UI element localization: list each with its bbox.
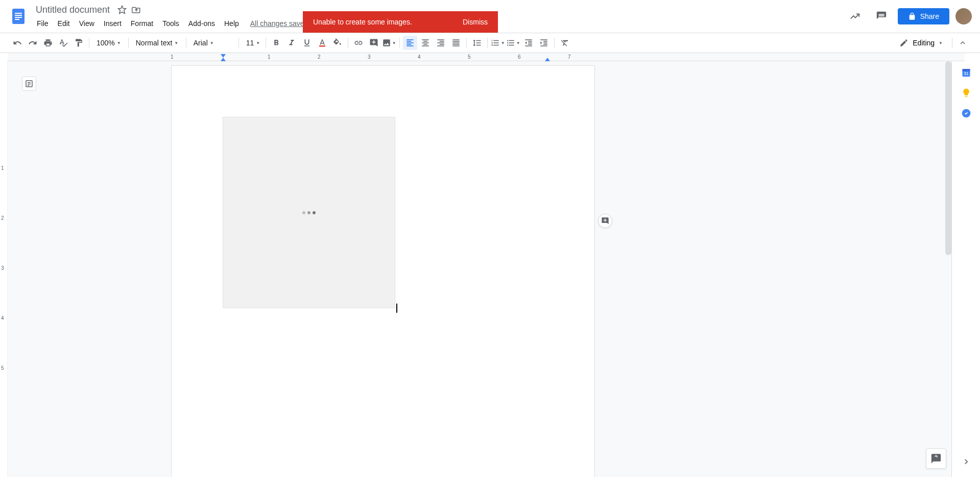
toolbar-separator bbox=[238, 38, 239, 48]
svg-rect-0 bbox=[12, 9, 25, 24]
comments-icon[interactable] bbox=[871, 6, 892, 27]
svg-rect-4 bbox=[15, 19, 19, 20]
document-canvas[interactable] bbox=[8, 61, 951, 477]
loading-dots-icon bbox=[302, 211, 316, 214]
hide-side-panel-icon[interactable] bbox=[961, 457, 971, 467]
menu-edit[interactable]: Edit bbox=[54, 17, 74, 30]
ruler-left-indent-marker[interactable] bbox=[221, 58, 226, 61]
add-comment-icon[interactable] bbox=[367, 36, 381, 50]
chevron-down-icon: ▼ bbox=[210, 41, 214, 45]
share-button[interactable]: Share bbox=[898, 8, 949, 24]
activity-icon[interactable] bbox=[845, 6, 865, 27]
error-toast: Unable to create some images. Dismiss bbox=[303, 11, 498, 33]
align-right-icon[interactable] bbox=[434, 36, 448, 50]
chevron-down-icon: ▼ bbox=[516, 41, 520, 45]
star-icon[interactable] bbox=[117, 5, 127, 15]
chevron-down-icon: ▼ bbox=[939, 41, 943, 45]
italic-icon[interactable] bbox=[284, 36, 299, 50]
chevron-down-icon: ▼ bbox=[117, 41, 121, 45]
insert-link-icon[interactable] bbox=[351, 36, 366, 50]
document-title[interactable]: Untitled document bbox=[33, 4, 113, 16]
toolbar-separator bbox=[466, 38, 467, 48]
align-justify-icon[interactable] bbox=[449, 36, 463, 50]
numbered-list-icon[interactable]: ▼ bbox=[491, 36, 505, 50]
keep-icon[interactable] bbox=[961, 88, 971, 98]
svg-text:31: 31 bbox=[964, 71, 969, 76]
text-color-icon[interactable] bbox=[315, 36, 329, 50]
dismiss-button[interactable]: Dismiss bbox=[463, 18, 488, 26]
image-placeholder-loading bbox=[223, 117, 395, 308]
title-row: Untitled document bbox=[33, 4, 310, 16]
content-wrapper: 1 2 3 4 5 31 bbox=[0, 61, 980, 477]
underline-icon[interactable] bbox=[300, 36, 314, 50]
align-left-icon[interactable] bbox=[403, 36, 417, 50]
menu-help[interactable]: Help bbox=[220, 17, 243, 30]
undo-icon[interactable] bbox=[10, 36, 25, 50]
chevron-down-icon: ▼ bbox=[501, 41, 505, 45]
add-comment-button[interactable] bbox=[598, 214, 612, 228]
align-center-icon[interactable] bbox=[418, 36, 433, 50]
menu-file[interactable]: File bbox=[33, 17, 53, 30]
vertical-scrollbar[interactable] bbox=[945, 61, 951, 255]
menu-view[interactable]: View bbox=[75, 17, 99, 30]
bulleted-list-icon[interactable]: ▼ bbox=[506, 36, 520, 50]
toolbar-separator bbox=[89, 38, 89, 48]
horizontal-ruler[interactable]: 1 1 2 3 4 5 6 7 bbox=[8, 53, 965, 61]
toolbar-separator bbox=[128, 38, 129, 48]
document-outline-icon[interactable] bbox=[22, 77, 36, 91]
svg-rect-3 bbox=[15, 17, 22, 18]
title-menu-area: Untitled document File Edit View Insert … bbox=[33, 4, 310, 30]
docs-logo-icon[interactable] bbox=[8, 6, 29, 27]
menu-bar: File Edit View Insert Format Tools Add-o… bbox=[33, 17, 310, 30]
error-message: Unable to create some images. bbox=[313, 18, 412, 26]
vertical-ruler[interactable]: 1 2 3 4 5 bbox=[0, 61, 8, 477]
tasks-icon[interactable] bbox=[961, 108, 971, 118]
collapse-toolbar-icon[interactable] bbox=[955, 36, 970, 50]
svg-rect-1 bbox=[15, 13, 22, 14]
document-page[interactable] bbox=[171, 65, 595, 477]
ruler-first-line-indent-marker[interactable] bbox=[221, 54, 226, 58]
svg-marker-5 bbox=[118, 6, 126, 14]
editing-mode-dropdown[interactable]: Editing ▼ bbox=[893, 36, 949, 49]
svg-rect-2 bbox=[15, 15, 22, 16]
paragraph-style-dropdown[interactable]: Normal text▼ bbox=[132, 37, 183, 49]
menu-addons[interactable]: Add-ons bbox=[184, 17, 219, 30]
redo-icon[interactable] bbox=[26, 36, 40, 50]
move-to-folder-icon[interactable] bbox=[131, 5, 141, 15]
line-spacing-icon[interactable] bbox=[470, 36, 484, 50]
toolbar-separator bbox=[266, 38, 266, 48]
header-right: Share bbox=[845, 6, 972, 27]
paint-format-icon[interactable] bbox=[71, 36, 86, 50]
zoom-dropdown[interactable]: 100%▼ bbox=[92, 37, 125, 49]
toolbar-separator bbox=[348, 38, 348, 48]
save-status[interactable]: All changes saved bbox=[248, 17, 310, 30]
toolbar-separator bbox=[554, 38, 555, 48]
bold-icon[interactable] bbox=[269, 36, 283, 50]
highlight-color-icon[interactable] bbox=[330, 36, 345, 50]
font-size-dropdown[interactable]: 11▼ bbox=[242, 37, 262, 49]
user-avatar[interactable] bbox=[955, 8, 972, 24]
toolbar-separator bbox=[186, 38, 186, 48]
ruler-right-indent-marker[interactable] bbox=[545, 58, 550, 61]
font-dropdown[interactable]: Arial▼ bbox=[189, 37, 235, 49]
spellcheck-icon[interactable] bbox=[56, 36, 70, 50]
chevron-down-icon: ▼ bbox=[392, 41, 396, 45]
toolbar-separator bbox=[952, 38, 952, 48]
toolbar-separator bbox=[487, 38, 488, 48]
decrease-indent-icon[interactable] bbox=[521, 36, 536, 50]
menu-tools[interactable]: Tools bbox=[158, 17, 183, 30]
menu-insert[interactable]: Insert bbox=[100, 17, 126, 30]
text-cursor bbox=[396, 304, 397, 313]
calendar-icon[interactable]: 31 bbox=[961, 67, 971, 78]
share-label: Share bbox=[920, 12, 939, 20]
increase-indent-icon[interactable] bbox=[537, 36, 551, 50]
insert-image-icon[interactable]: ▼ bbox=[382, 36, 396, 50]
clear-formatting-icon[interactable] bbox=[558, 36, 572, 50]
toolbar-separator bbox=[399, 38, 400, 48]
print-icon[interactable] bbox=[41, 36, 55, 50]
chevron-down-icon: ▼ bbox=[256, 41, 260, 45]
side-panel: 31 bbox=[951, 61, 980, 477]
menu-format[interactable]: Format bbox=[127, 17, 157, 30]
chevron-down-icon: ▼ bbox=[174, 41, 178, 45]
explore-button[interactable] bbox=[926, 448, 946, 469]
